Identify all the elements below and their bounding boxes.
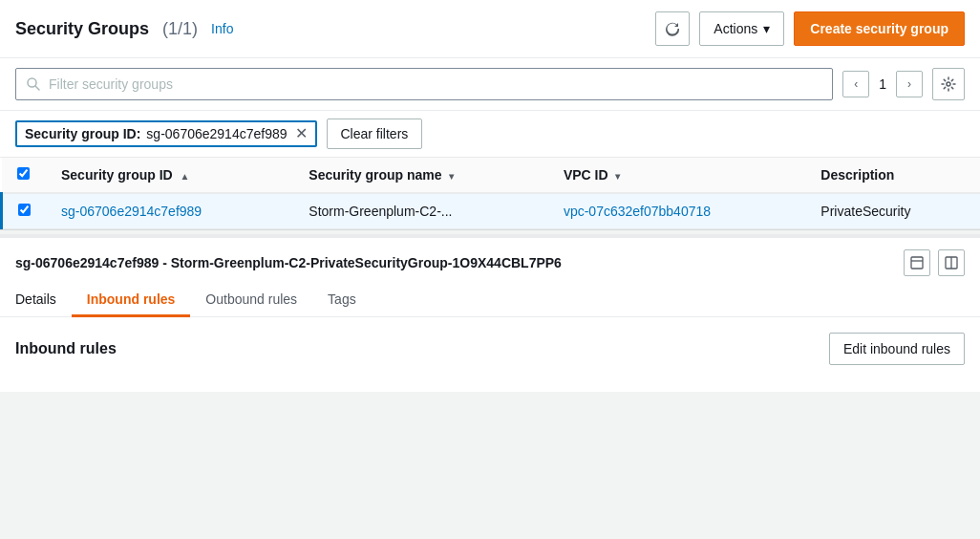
tab-details-label: Details <box>15 291 56 307</box>
edit-inbound-rules-button[interactable]: Edit inbound rules <box>829 333 965 365</box>
filter-row: Security group ID: sg-06706e2914c7ef989 … <box>0 111 980 158</box>
tab-outbound-rules-label: Outbound rules <box>205 291 297 307</box>
table-header-row: Security group ID ▲ Security group name … <box>2 158 981 193</box>
svg-rect-3 <box>911 257 923 269</box>
settings-icon <box>941 76 956 92</box>
col-header-vpc-id[interactable]: VPC ID ▾ <box>548 158 805 193</box>
tab-details[interactable]: Details <box>15 284 72 317</box>
split-button[interactable] <box>938 249 965 276</box>
prev-page-button[interactable]: ‹ <box>842 71 869 97</box>
filter-tag-key: Security group ID: <box>25 126 140 141</box>
pagination-controls: ‹ 1 › <box>842 71 923 97</box>
security-groups-table: Security group ID ▲ Security group name … <box>0 158 980 229</box>
col-label-description: Description <box>820 167 894 183</box>
col-header-security-group-name[interactable]: Security group name ▾ <box>293 158 548 193</box>
col-header-security-group-id[interactable]: Security group ID ▲ <box>46 158 293 193</box>
col-label-security-group-name: Security group name <box>309 167 441 183</box>
svg-line-1 <box>35 86 39 90</box>
expand-button[interactable] <box>904 249 930 276</box>
tab-tags[interactable]: Tags <box>312 284 372 317</box>
cell-security-group-id: sg-06706e2914c7ef989 <box>46 193 293 229</box>
next-icon: › <box>907 77 911 91</box>
filter-tag: Security group ID: sg-06706e2914c7ef989 … <box>15 120 317 147</box>
actions-button[interactable]: Actions ▾ <box>699 11 784 46</box>
create-security-group-button[interactable]: Create security group <box>794 11 965 46</box>
clear-filters-button[interactable]: Clear filters <box>327 119 423 149</box>
next-page-button[interactable]: › <box>896 71 923 97</box>
page-title: Security Groups <box>15 19 149 39</box>
page-count: (1/1) <box>162 19 198 39</box>
row-checkbox[interactable] <box>18 204 31 216</box>
bottom-panel: sg-06706e2914c7ef989 - Storm-Greenplum-C… <box>0 234 980 392</box>
bottom-header: sg-06706e2914c7ef989 - Storm-Greenplum-C… <box>0 238 980 276</box>
security-group-id-link[interactable]: sg-06706e2914c7ef989 <box>61 204 202 219</box>
search-icon <box>26 76 41 92</box>
cell-security-group-name: Storm-Greenplum-C2-... <box>293 193 548 229</box>
page-container: Security Groups (1/1) Info Actions ▾ Cre… <box>0 0 980 392</box>
expand-icon <box>910 256 924 270</box>
split-icon <box>945 256 958 270</box>
svg-point-2 <box>947 82 950 86</box>
tab-inbound-rules-label: Inbound rules <box>87 291 176 307</box>
inbound-rules-title: Inbound rules <box>15 340 117 357</box>
search-input[interactable] <box>49 76 822 92</box>
vpc-id-link[interactable]: vpc-07c632ef07bb40718 <box>564 204 711 219</box>
sort-asc-icon: ▲ <box>181 171 190 182</box>
cell-description: PrivateSecurity <box>805 193 980 229</box>
col-dropdown-icon-name: ▾ <box>449 171 454 182</box>
refresh-button[interactable] <box>655 11 690 46</box>
tab-outbound-rules[interactable]: Outbound rules <box>190 284 312 317</box>
col-dropdown-icon-vpc: ▾ <box>615 171 620 182</box>
refresh-icon <box>665 21 680 36</box>
search-row: ‹ 1 › <box>0 58 980 111</box>
bottom-icons <box>904 249 965 276</box>
actions-label: Actions <box>714 21 757 36</box>
settings-button[interactable] <box>932 68 965 100</box>
filter-tag-close[interactable]: ✕ <box>295 126 308 141</box>
table-row[interactable]: sg-06706e2914c7ef989 Storm-Greenplum-C2-… <box>2 193 981 229</box>
tabs-row: Details Inbound rules Outbound rules Tag… <box>0 284 980 317</box>
inbound-header: Inbound rules Edit inbound rules <box>15 333 965 365</box>
select-all-checkbox-cell <box>2 158 47 193</box>
col-label-security-group-id: Security group ID <box>61 167 173 183</box>
bottom-title: sg-06706e2914c7ef989 - Storm-Greenplum-C… <box>15 255 562 270</box>
info-link[interactable]: Info <box>211 21 233 36</box>
top-panel: Security Groups (1/1) Info Actions ▾ Cre… <box>0 0 980 230</box>
page-number: 1 <box>875 76 890 92</box>
actions-dropdown-icon: ▾ <box>763 21 770 36</box>
filter-tag-value: sg-06706e2914c7ef989 <box>146 126 287 141</box>
col-header-description: Description <box>805 158 980 193</box>
tab-inbound-rules[interactable]: Inbound rules <box>72 284 191 317</box>
header-row: Security Groups (1/1) Info Actions ▾ Cre… <box>0 0 980 58</box>
cell-vpc-id: vpc-07c632ef07bb40718 <box>548 193 805 229</box>
inbound-rules-section: Inbound rules Edit inbound rules <box>0 317 980 392</box>
search-box <box>15 68 833 100</box>
row-checkbox-cell <box>2 193 47 229</box>
select-all-checkbox[interactable] <box>17 167 30 180</box>
prev-icon: ‹ <box>854 77 858 91</box>
tab-tags-label: Tags <box>328 291 356 307</box>
col-label-vpc-id: VPC ID <box>564 167 608 183</box>
